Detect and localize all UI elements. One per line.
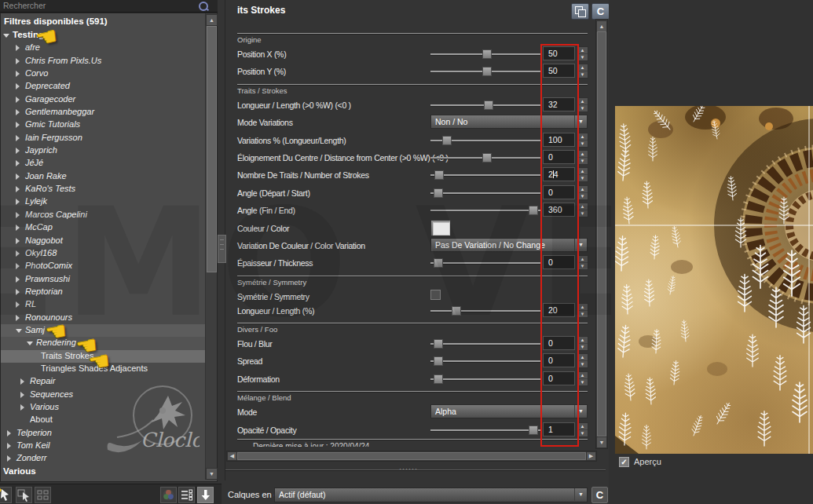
slider[interactable] bbox=[430, 104, 540, 106]
tree-item-testing[interactable]: Testing bbox=[1, 29, 206, 42]
step-down-icon[interactable]: ▼ bbox=[577, 53, 588, 60]
tree-item-photocomix[interactable]: PhotoComix bbox=[1, 260, 206, 272]
stepper[interactable]: ▲▼ bbox=[577, 203, 588, 217]
step-up-icon[interactable]: ▲ bbox=[577, 151, 588, 157]
slider-handle[interactable] bbox=[529, 425, 538, 435]
step-up-icon[interactable]: ▲ bbox=[577, 186, 588, 192]
value-input[interactable]: 100 bbox=[543, 133, 575, 147]
slider[interactable] bbox=[430, 192, 540, 194]
splitter-handle[interactable] bbox=[218, 235, 226, 263]
value-input[interactable]: 1 bbox=[543, 422, 575, 436]
tree-scrollbar[interactable]: ▲ ▼ bbox=[205, 13, 217, 480]
tree-item-traits-strokes[interactable]: Traits Strokes bbox=[1, 350, 206, 363]
slider[interactable] bbox=[430, 210, 540, 211]
stepper[interactable]: ▲▼ bbox=[577, 64, 588, 79]
input-layers-dropdown[interactable]: Actif (défaut) ▼ bbox=[274, 488, 588, 502]
expand-icon[interactable] bbox=[16, 289, 20, 295]
step-down-icon[interactable]: ▼ bbox=[577, 192, 588, 199]
checkbox[interactable] bbox=[430, 290, 441, 300]
value-input[interactable]: 0 bbox=[543, 150, 575, 164]
step-down-icon[interactable]: ▼ bbox=[577, 360, 588, 367]
stepper[interactable]: ▲▼ bbox=[577, 97, 588, 112]
horizontal-scrollbar[interactable]: ◀ ▶ bbox=[226, 451, 597, 462]
tree-item-j-j[interactable]: JéJé bbox=[1, 157, 206, 170]
value-input[interactable]: 50 bbox=[543, 64, 575, 78]
step-up-icon[interactable]: ▲ bbox=[577, 203, 588, 210]
slider[interactable] bbox=[430, 71, 540, 72]
tree-item-jayprich[interactable]: Jayprich bbox=[1, 144, 206, 157]
cursor-target-icon[interactable] bbox=[16, 487, 32, 503]
splitter-grip-dots[interactable]: ······ bbox=[399, 465, 418, 473]
tree-item-karo-s-tests[interactable]: KaRo's Tests bbox=[1, 183, 206, 195]
expand-icon[interactable] bbox=[16, 97, 20, 103]
value-input[interactable]: 24 bbox=[543, 167, 575, 181]
stepper[interactable]: ▲▼ bbox=[577, 422, 588, 437]
expand-icon[interactable] bbox=[16, 83, 20, 89]
expand-icon[interactable] bbox=[20, 404, 24, 411]
step-down-icon[interactable]: ▼ bbox=[577, 343, 588, 350]
step-up-icon[interactable]: ▲ bbox=[577, 337, 588, 343]
step-down-icon[interactable]: ▼ bbox=[577, 262, 588, 269]
expand-icon[interactable] bbox=[16, 173, 20, 180]
tree-item-okyl168[interactable]: Okyl168 bbox=[1, 247, 206, 260]
tree-item-samj[interactable]: Samj bbox=[1, 324, 206, 337]
collapse-icon[interactable] bbox=[3, 34, 9, 38]
checkbox-check-icon[interactable]: ✓ bbox=[619, 457, 629, 467]
slider[interactable] bbox=[430, 157, 540, 159]
tree-item-rl[interactable]: RL bbox=[1, 298, 206, 311]
tree-item-triangles-shades-adjacents[interactable]: Triangles Shades Adjacents bbox=[1, 363, 206, 375]
expand-icon[interactable] bbox=[16, 109, 20, 115]
step-up-icon[interactable]: ▲ bbox=[577, 423, 588, 429]
grid-icon[interactable] bbox=[35, 487, 51, 503]
refresh-layers-button[interactable]: C bbox=[591, 487, 608, 503]
expand-icon[interactable] bbox=[16, 186, 20, 192]
value-input[interactable]: 32 bbox=[543, 97, 575, 111]
value-input[interactable]: 50 bbox=[543, 46, 575, 60]
tree-scrollbar-thumb[interactable] bbox=[207, 26, 217, 272]
dropdown[interactable]: Non / No▼ bbox=[430, 115, 588, 129]
tree-item-reptorian[interactable]: Reptorian bbox=[1, 286, 206, 298]
tree-item-lylejk[interactable]: Lylejk bbox=[1, 195, 206, 208]
step-down-icon[interactable]: ▼ bbox=[577, 104, 588, 111]
step-down-icon[interactable]: ▼ bbox=[577, 157, 588, 164]
expand-icon[interactable] bbox=[7, 455, 11, 462]
tree-item-gmic-tutorials[interactable]: Gmic Tutorials bbox=[1, 119, 206, 131]
dropdown[interactable]: Alpha▼ bbox=[430, 404, 588, 418]
cursor-icon[interactable] bbox=[0, 487, 12, 503]
stepper[interactable]: ▲▼ bbox=[577, 150, 588, 165]
expand-icon[interactable] bbox=[16, 58, 20, 64]
stepper[interactable]: ▲▼ bbox=[577, 303, 588, 318]
value-input[interactable]: 0 bbox=[543, 371, 575, 385]
download-icon[interactable] bbox=[197, 487, 214, 503]
slider[interactable] bbox=[430, 343, 540, 345]
slider-handle[interactable] bbox=[434, 258, 443, 268]
expand-icon[interactable] bbox=[16, 122, 20, 128]
slider[interactable] bbox=[430, 174, 540, 176]
scroll-down-button[interactable]: ▼ bbox=[206, 468, 218, 480]
stepper[interactable]: ▲▼ bbox=[577, 46, 588, 61]
tree-item-marcos-capelini[interactable]: Marcos Capelini bbox=[1, 209, 206, 221]
slider-handle[interactable] bbox=[529, 206, 538, 215]
slider[interactable] bbox=[430, 378, 540, 380]
vertical-scrollbar-thumb[interactable] bbox=[597, 31, 606, 436]
expand-icon[interactable] bbox=[7, 430, 11, 436]
tree-item-gentlemanbeggar[interactable]: Gentlemanbeggar bbox=[1, 106, 206, 119]
stepper[interactable]: ▲▼ bbox=[577, 336, 588, 351]
expand-icon[interactable] bbox=[16, 276, 20, 283]
stepper[interactable]: ▲▼ bbox=[577, 353, 588, 368]
slider-handle[interactable] bbox=[434, 374, 443, 384]
expand-icon[interactable] bbox=[16, 135, 20, 141]
expand-icon[interactable] bbox=[20, 392, 24, 398]
expand-icon[interactable] bbox=[16, 315, 20, 321]
slider-handle[interactable] bbox=[452, 306, 461, 316]
value-input[interactable]: 0 bbox=[543, 185, 575, 199]
step-up-icon[interactable]: ▲ bbox=[577, 354, 588, 360]
expand-icon[interactable] bbox=[16, 301, 20, 308]
tree-item-rendering[interactable]: Rendering bbox=[1, 337, 206, 349]
slider-handle[interactable] bbox=[434, 170, 444, 180]
color-swatch-button[interactable] bbox=[430, 220, 451, 236]
search-icon[interactable] bbox=[199, 2, 208, 11]
tree-item-mccap[interactable]: McCap bbox=[1, 221, 206, 234]
expand-icon[interactable] bbox=[16, 250, 20, 257]
tree-item-iain-fergusson[interactable]: Iain Fergusson bbox=[1, 132, 206, 144]
